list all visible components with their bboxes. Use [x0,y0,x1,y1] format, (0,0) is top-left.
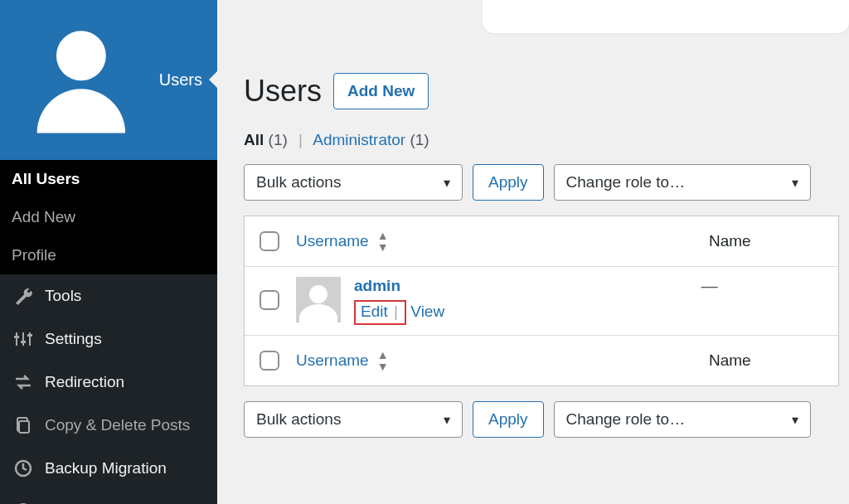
notice-card [483,0,849,33]
chevron-down-icon: ▾ [792,412,798,428]
row-checkbox[interactable] [260,290,279,310]
avatar [296,277,341,322]
change-role-label-bottom: Change role to… [566,410,686,429]
sidebar-label-settings: Settings [45,330,102,348]
edit-link[interactable]: Edit [361,303,388,320]
role-filters: All (1) | Administrator (1) [244,131,849,149]
filter-admin-label[interactable]: Administrator [313,131,405,148]
column-name-footer[interactable]: Name [709,351,751,370]
svg-point-0 [56,31,106,80]
table-header: Username ▲▼ Name [245,216,838,266]
column-username-footer[interactable]: Username ▲▼ [296,349,709,372]
row-user-cell: admin Edit | View [354,277,701,325]
username-link[interactable]: admin [354,277,400,294]
admin-sidebar: Users All Users Add New Profile Tools Se… [0,0,217,504]
sidebar-current-label: Users [159,70,202,90]
filter-separator: | [292,131,309,148]
page-header: Users Add New [244,73,849,109]
svg-rect-2 [22,332,24,346]
bulk-actions-select[interactable]: Bulk actions ▾ [244,164,463,201]
row-name-cell: — [701,277,823,296]
select-all-checkbox[interactable] [260,231,279,251]
svg-rect-7 [19,421,29,433]
column-username-label-footer: Username [296,351,369,370]
table-row: admin Edit | View — [245,266,838,336]
column-username-header[interactable]: Username ▲▼ [296,230,709,253]
users-table: Username ▲▼ Name admin Edit | View — [244,216,839,386]
bulk-actions-label: Bulk actions [256,173,341,191]
apply-button-bottom[interactable]: Apply [473,401,544,438]
svg-rect-6 [27,334,32,337]
sliders-icon [13,329,33,349]
submenu-add-new[interactable]: Add New [0,198,217,236]
svg-rect-4 [14,336,19,338]
sidebar-current-users[interactable]: Users [0,0,217,160]
column-username-label: Username [296,232,369,250]
backup-icon [13,458,33,478]
filter-all-label[interactable]: All [244,131,264,148]
sidebar-label-backup: Backup Migration [45,459,167,477]
submenu-all-users[interactable]: All Users [0,160,217,198]
sidebar-item-copy-delete[interactable]: Copy & Delete Posts [0,404,217,447]
sidebar-label-redirection: Redirection [45,373,124,391]
row-actions: Edit | View [354,300,701,325]
toolbar-top: Bulk actions ▾ Apply Change role to… ▾ [244,164,849,201]
redirect-icon [13,372,33,392]
users-icon [15,12,148,148]
chevron-down-icon: ▾ [444,175,450,191]
chevron-down-icon: ▾ [444,412,450,428]
change-role-select[interactable]: Change role to… ▾ [554,164,811,201]
chevron-down-icon: ▾ [792,175,798,191]
sidebar-item-collapse[interactable]: Collapse menu [0,490,217,504]
sidebar-submenu: All Users Add New Profile [0,160,217,274]
svg-rect-1 [16,332,17,346]
column-name-header[interactable]: Name [709,232,751,250]
change-role-select-bottom[interactable]: Change role to… ▾ [554,401,811,438]
view-link[interactable]: View [410,303,444,320]
sidebar-label-copy-delete: Copy & Delete Posts [45,416,190,434]
apply-button-top[interactable]: Apply [473,164,544,201]
select-all-checkbox-bottom[interactable] [260,351,279,371]
sidebar-item-settings[interactable]: Settings [0,317,217,361]
submenu-profile[interactable]: Profile [0,236,217,274]
edit-highlight: Edit | [354,300,406,325]
table-footer: Username ▲▼ Name [245,336,838,385]
page-title: Users [244,74,322,109]
sidebar-item-backup[interactable]: Backup Migration [0,447,217,490]
change-role-label: Change role to… [566,173,686,191]
copy-icon [13,415,33,435]
bulk-actions-select-bottom[interactable]: Bulk actions ▾ [244,401,463,438]
filter-admin-count: (1) [410,131,429,148]
wrench-icon [13,286,33,306]
sidebar-item-redirection[interactable]: Redirection [0,361,217,404]
sidebar-item-tools[interactable]: Tools [0,274,217,317]
main-content: Users Add New All (1) | Administrator (1… [217,0,849,504]
toolbar-bottom: Bulk actions ▾ Apply Change role to… ▾ [244,401,849,438]
sidebar-label-tools: Tools [45,287,81,305]
sort-icon: ▲▼ [377,230,389,253]
filter-all-count: (1) [269,131,288,148]
action-separator: | [392,303,400,320]
add-new-button[interactable]: Add New [333,73,429,109]
sort-icon: ▲▼ [377,349,389,372]
bulk-actions-label-bottom: Bulk actions [256,410,341,429]
svg-rect-5 [21,341,26,343]
